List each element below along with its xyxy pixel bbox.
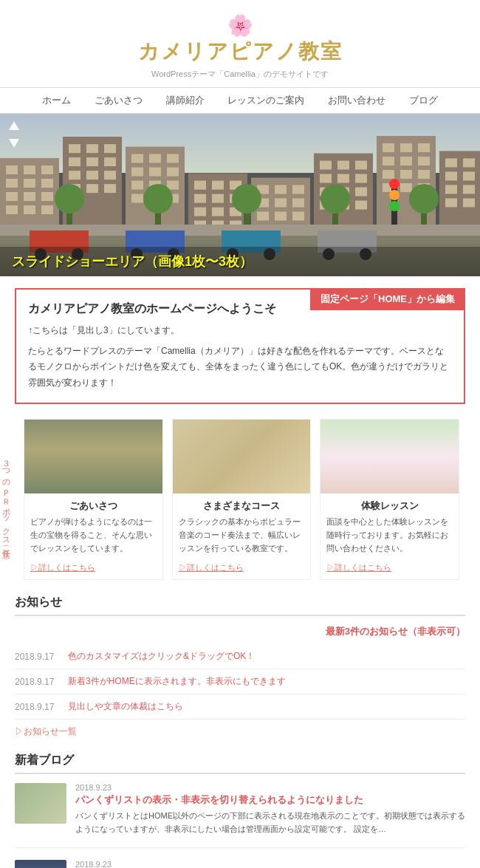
news-item-2: 2018.9.17 見出しや文章の体裁はこちら [15,694,465,720]
pr-box-greeting: ごあいさつ ピアノが弾けるようになるのは一生の宝物を得ること、そんな思いでレッス… [24,419,163,580]
news-section-title: お知らせ [15,595,465,616]
blog-item-1: 2018.9.23 HOMEには新着3件が表示されます。非表示にもできます 記事… [15,860,465,868]
pr-container: ３つのＰＲボックス（任意） ごあいさつ ピアノが弾けるようになるのは一生の宝物を… [0,419,480,580]
nav-greeting[interactable]: ごあいさつ [95,95,143,106]
pr-box-title-courses: さまざまなコース [173,493,311,516]
svg-marker-1 [9,139,19,148]
nav-blog[interactable]: ブログ [409,95,438,106]
nav-lesson[interactable]: レッスンのご案内 [227,95,304,106]
nav-teacher[interactable]: 講師紹介 [166,95,205,106]
news-date-1: 2018.9.17 [15,677,59,687]
blog-title-0[interactable]: パンくずリストの表示・非表示を切り替えられるようになりました [75,793,465,807]
pr-box-img-trial [320,420,459,493]
pr-box-title-greeting: ごあいさつ [24,493,162,516]
hero-text: スライドショーエリア（画像1枚〜3枚） [12,253,468,270]
pr-boxes: ごあいさつ ピアノが弾けるようになるのは一生の宝物を得ること、そんな思いでレッス… [24,419,459,580]
pr-box-img-courses [173,420,311,493]
blog-thumb-0 [15,783,66,824]
blog-excerpt-0: パンくずリストとはHOME以外のページの下部に表示される現在地表示のことです。初… [75,810,465,835]
pr-box-courses: さまざまなコース クラシックの基本からポピュラー音楽のコード奏法まで、幅広いレッ… [172,419,312,580]
news-date-0: 2018.9.17 [15,652,59,662]
blog-date-1: 2018.9.23 [75,860,465,868]
site-title: カメリアピアノ教室 [7,38,473,66]
welcome-midashi: ↑こちらは「見出し3」にしています。 [28,323,452,339]
blog-section: 新着ブログ 2018.9.23 パンくずリストの表示・非表示を切り替えられるよう… [15,753,465,868]
news-link-1[interactable]: 新着3件がHOMEに表示されます。非表示にもできます [68,675,286,688]
news-date-2: 2018.9.17 [15,702,59,712]
welcome-body: たらとるワードプレスのテーマ「Camellia（カメリア）」は好きな配色を作れる… [28,344,452,392]
news-item-0: 2018.9.17 色のカスタマイズはクリック&ドラッグでOK！ [15,644,465,669]
pr-box-trial: 体験レッスン 面談を中心とした体験レッスンを随時行っております。お気軽にお問い合… [320,419,459,580]
pr-label: ３つのＰＲボックス（任意） [0,419,15,580]
hero-overlay: スライドショーエリア（画像1枚〜3枚） [0,247,480,276]
nav-home[interactable]: ホーム [42,95,71,106]
blog-date-0: 2018.9.23 [75,783,465,792]
welcome-badge: 固定ページ「HOME」から編集 [310,288,465,310]
flower-icon: 🌸 [7,13,473,38]
pr-box-text-trial: 面談を中心とした体験レッスンを随時行っております。お気軽にお問い合わせください。 [320,516,459,559]
blog-content-0: 2018.9.23 パンくずリストの表示・非表示を切り替えられるようになりました… [75,783,465,835]
nav-contact[interactable]: お問い合わせ [328,95,385,106]
pr-box-link-courses[interactable]: ▷詳しくはこちら [173,559,311,579]
blog-section-title: 新着ブログ [15,753,465,774]
pr-box-title-trial: 体験レッスン [320,493,459,516]
blog-content-1: 2018.9.23 HOMEには新着3件が表示されます。非表示にもできます 記事… [75,860,465,868]
svg-marker-0 [9,121,19,130]
hero-slideshow: スライドショーエリア（画像1枚〜3枚） [0,114,480,276]
news-annotation: 最新3件のお知らせ（非表示可） [15,625,465,638]
blog-item-0: 2018.9.23 パンくずリストの表示・非表示を切り替えられるようになりました… [15,783,465,848]
news-more-link[interactable]: ▷お知らせ一覧 [15,725,465,738]
news-link-2[interactable]: 見出しや文章の体裁はこちら [68,700,183,713]
pr-box-text-greeting: ピアノが弾けるようになるのは一生の宝物を得ること、そんな思いでレッスンをしていま… [24,516,162,559]
site-description: WordPressテーマ「Camellia」のデモサイトです [7,69,473,80]
pr-box-link-greeting[interactable]: ▷詳しくはこちら [24,559,162,579]
site-header: 🌸 カメリアピアノ教室 WordPressテーマ「Camellia」のデモサイト… [0,0,480,87]
blog-thumb-1 [15,860,66,868]
pr-box-link-trial[interactable]: ▷詳しくはこちら [320,559,459,579]
main-nav: ホーム ごあいさつ 講師紹介 レッスンのご案内 お問い合わせ ブログ [0,87,480,114]
hero-arrow-down [7,136,21,151]
pr-box-img-greeting [24,420,162,493]
news-link-0[interactable]: 色のカスタマイズはクリック&ドラッグでOK！ [68,650,255,663]
news-section: お知らせ 最新3件のお知らせ（非表示可） 2018.9.17 色のカスタマイズは… [15,595,465,738]
hero-arrow-up [7,120,21,135]
news-item-1: 2018.9.17 新着3件がHOMEに表示されます。非表示にもできます [15,669,465,694]
pr-box-text-courses: クラシックの基本からポピュラー音楽のコード奏法まで、幅広いレッスンを行っている教… [173,516,311,559]
welcome-section: 固定ページ「HOME」から編集 カメリアピアノ教室のホームページへようこそ ↑こ… [15,288,465,404]
